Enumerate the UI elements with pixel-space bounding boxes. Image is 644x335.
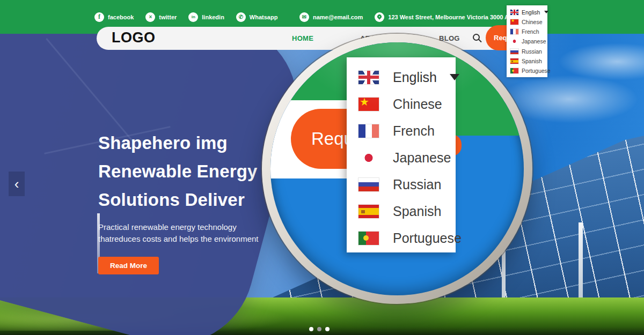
facebook-icon: f <box>94 12 104 22</box>
location-pin-icon <box>375 12 384 22</box>
language-option-japanese[interactable]: Japanese <box>510 38 547 46</box>
language-selected-english[interactable]: English <box>510 8 547 16</box>
hero-paragraph: Practical renewable energy technology th… <box>98 221 266 245</box>
linkedin-label: linkedin <box>202 14 224 20</box>
whatsapp-link[interactable]: ✆ Whatsapp <box>236 12 278 22</box>
hero-heading-line1: Shapehero img <box>98 129 281 157</box>
portugal-flag-icon <box>358 232 379 245</box>
japan-flag-icon <box>510 39 518 44</box>
magnified-language-dropdown: English Chinese French Japanese R <box>347 57 456 252</box>
read-more-button[interactable]: Read More <box>98 257 159 274</box>
email-icon: ✉ <box>299 12 309 22</box>
linkedin-link[interactable]: in linkedin <box>188 12 224 22</box>
email-link[interactable]: ✉ name@email.com <box>299 12 363 22</box>
japan-flag-icon <box>358 151 379 165</box>
russia-flag-icon <box>510 49 518 54</box>
magnified-language-option-french: French <box>358 117 456 144</box>
france-flag-icon <box>510 29 518 34</box>
selected-language-label: English <box>522 9 540 16</box>
logo[interactable]: LOGO <box>112 29 156 46</box>
magnified-language-option-russian: Russian <box>358 171 456 198</box>
twitter-x-icon: × <box>145 12 155 22</box>
language-option-portuguese[interactable]: Portuguese <box>510 67 547 75</box>
panel-support-pole <box>579 222 583 308</box>
page: Shapehero img Renewable Energy Solutions… <box>0 0 644 335</box>
magnified-language-option-spanish: Spanish <box>358 198 456 225</box>
twitter-label: twitter <box>159 14 177 20</box>
russia-flag-icon <box>358 178 379 191</box>
carousel-dot[interactable] <box>325 327 330 331</box>
language-option-spanish[interactable]: Spanish <box>510 57 547 65</box>
magnified-language-option-english: English <box>358 64 456 91</box>
magnifier-lens-content: Requ English Chinese French <box>270 42 524 295</box>
facebook-label: facebook <box>108 14 134 20</box>
search-icon[interactable] <box>473 34 480 41</box>
spain-flag-icon <box>358 205 379 218</box>
carousel-prev-button[interactable] <box>9 172 25 196</box>
hero-section: Shapehero img Renewable Energy Solutions… <box>98 129 281 274</box>
linkedin-icon: in <box>188 12 198 22</box>
hero-heading: Shapehero img Renewable Energy Solutions… <box>98 129 281 214</box>
nav-item-home[interactable]: HOME <box>292 34 313 42</box>
carousel-dots <box>309 327 330 331</box>
magnified-selected-language: English <box>393 70 437 85</box>
france-flag-icon <box>358 124 379 138</box>
uk-flag-icon <box>510 10 518 15</box>
address-item[interactable]: 123 West Street, Melbourne Victoria 3000… <box>375 12 524 22</box>
language-option-french[interactable]: French <box>510 28 547 36</box>
email-text: name@email.com <box>313 14 363 20</box>
facebook-link[interactable]: f facebook <box>94 12 134 22</box>
caret-down-icon <box>544 11 548 13</box>
uk-flag-icon <box>358 71 379 84</box>
hero-heading-line3: Solutions Deliver <box>98 185 281 214</box>
magnified-language-option-japanese: Japanese <box>358 144 456 171</box>
magnified-language-option-portuguese: Portuguese <box>358 225 456 251</box>
twitter-link[interactable]: × twitter <box>145 12 177 22</box>
language-option-chinese[interactable]: Chinese <box>510 18 547 26</box>
magnifier-lens: Requ English Chinese French <box>262 34 532 304</box>
china-flag-icon <box>358 98 379 111</box>
spain-flag-icon <box>510 58 518 64</box>
language-dropdown: English Chinese French Japanese Russian … <box>507 5 547 77</box>
whatsapp-label: Whatsapp <box>250 14 278 20</box>
carousel-dot[interactable] <box>317 327 321 331</box>
navbar: LOGO HOME ABOUT US BLOG CONTACT US <box>97 27 547 50</box>
address-text: 123 West Street, Melbourne Victoria 3000… <box>388 14 524 20</box>
portugal-flag-icon <box>510 68 518 73</box>
caret-down-icon <box>450 74 459 80</box>
whatsapp-icon: ✆ <box>236 12 246 22</box>
china-flag-icon <box>510 19 518 25</box>
magnified-language-option-chinese: Chinese <box>358 91 456 117</box>
language-option-russian[interactable]: Russian <box>510 47 547 55</box>
carousel-dot[interactable] <box>309 327 313 331</box>
hero-heading-line2: Renewable Energy <box>98 157 281 185</box>
